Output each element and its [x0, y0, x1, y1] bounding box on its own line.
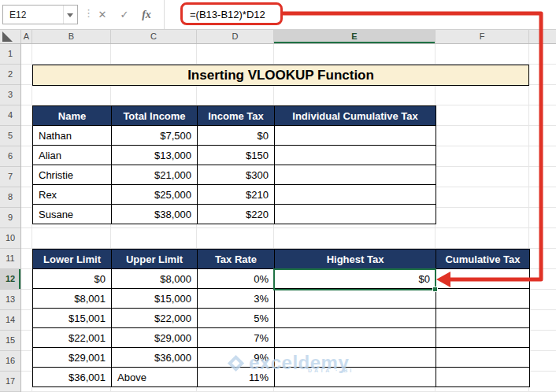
- row-header-4[interactable]: 4: [0, 105, 20, 126]
- cell-b13[interactable]: $8,001: [33, 289, 112, 309]
- cell-c15[interactable]: $29,000: [112, 328, 198, 348]
- tax-header-lower-limit[interactable]: Lower Limit: [33, 250, 112, 269]
- cell-d9[interactable]: $220: [198, 205, 275, 224]
- cell-e8[interactable]: [275, 185, 436, 205]
- table-row: $0 $8,000 0% $0: [33, 269, 530, 289]
- row-header-17[interactable]: 17: [0, 372, 20, 392]
- table-row: Christie $21,000 $300: [33, 165, 436, 185]
- row-header-16[interactable]: 16: [0, 351, 20, 372]
- cell-f16[interactable]: [436, 348, 530, 368]
- table-row: $8,001 $15,000 3%: [33, 289, 530, 309]
- enter-button[interactable]: ✓: [115, 5, 134, 24]
- cell-b8[interactable]: Rex: [33, 185, 112, 205]
- row-header-1[interactable]: 1: [0, 44, 20, 65]
- cell-f14[interactable]: [436, 309, 530, 328]
- name-box-value: E12: [9, 9, 26, 20]
- column-header-d[interactable]: D: [197, 30, 274, 43]
- column-header-b[interactable]: B: [32, 30, 111, 43]
- row-header-10[interactable]: 10: [0, 228, 20, 249]
- table-row: Lower Limit Upper Limit Tax Rate Highest…: [33, 250, 530, 269]
- tax-header-highest-tax[interactable]: Highest Tax: [275, 250, 436, 269]
- cell-c7[interactable]: $21,000: [112, 165, 198, 185]
- table-row: $29,001 $36,000 9%: [33, 348, 530, 368]
- cell-d14[interactable]: 5%: [198, 309, 275, 328]
- fill-handle[interactable]: [432, 287, 438, 292]
- cell-b6[interactable]: Alian: [33, 146, 112, 165]
- cell-c17[interactable]: Above: [112, 368, 198, 387]
- cell-d8[interactable]: $210: [198, 185, 275, 205]
- cell-d5[interactable]: $0: [198, 126, 275, 146]
- select-all-corner[interactable]: [0, 30, 21, 43]
- row-header-8[interactable]: 8: [0, 187, 20, 208]
- cell-e14[interactable]: [275, 309, 436, 328]
- row-header-5[interactable]: 5: [0, 126, 20, 146]
- cell-e7[interactable]: [275, 165, 436, 185]
- cell-e5[interactable]: [275, 126, 436, 146]
- cell-c13[interactable]: $15,000: [112, 289, 198, 309]
- cell-d17[interactable]: 11%: [198, 368, 275, 387]
- cell-b5[interactable]: Nathan: [33, 126, 112, 146]
- row-header-13[interactable]: 13: [0, 290, 20, 310]
- formula-highlight-annotation: [180, 2, 283, 25]
- cell-c6[interactable]: $13,000: [112, 146, 198, 165]
- row-header-14[interactable]: 14: [0, 310, 20, 331]
- row-header-11[interactable]: 11: [0, 249, 20, 269]
- income-header-total-income[interactable]: Total Income: [112, 106, 198, 126]
- cell-e12-selected[interactable]: $0: [275, 269, 436, 289]
- cell-f17[interactable]: [436, 368, 530, 387]
- cell-b9[interactable]: Susane: [33, 205, 112, 224]
- excel-window: E12 ⋮ ✕ ✓ fx =(B13-B12)*D12 A B C D E F …: [0, 0, 556, 392]
- tax-header-cumulative-tax[interactable]: Cumulative Tax: [436, 250, 530, 269]
- income-header-name[interactable]: Name: [33, 106, 112, 126]
- cell-c14[interactable]: $22,000: [112, 309, 198, 328]
- cell-e6[interactable]: [275, 146, 436, 165]
- row-headers: 1 2 3 4 5 6 7 8 9 10 11 12 13 14 15 16 1…: [0, 44, 21, 392]
- cell-b15[interactable]: $22,001: [33, 328, 112, 348]
- row-header-2[interactable]: 2: [0, 65, 20, 85]
- cell-c9[interactable]: $38,000: [112, 205, 198, 224]
- cell-b14[interactable]: $15,001: [33, 309, 112, 328]
- tax-header-tax-rate[interactable]: Tax Rate: [198, 250, 275, 269]
- row-header-3[interactable]: 3: [0, 85, 20, 105]
- income-header-individual-cumulative-tax[interactable]: Individual Cumulative Tax: [275, 106, 436, 126]
- cell-e16[interactable]: [275, 348, 436, 368]
- row-header-9[interactable]: 9: [0, 208, 20, 228]
- cell-b12[interactable]: $0: [33, 269, 112, 289]
- cell-e15[interactable]: [275, 328, 436, 348]
- tax-header-upper-limit[interactable]: Upper Limit: [112, 250, 198, 269]
- cell-c8[interactable]: $25,000: [112, 185, 198, 205]
- cell-f15[interactable]: [436, 328, 530, 348]
- cell-e9[interactable]: [275, 205, 436, 224]
- cell-f12[interactable]: [436, 269, 530, 289]
- column-headers: A B C D E F: [0, 30, 556, 44]
- cell-d15[interactable]: 7%: [198, 328, 275, 348]
- name-box-dropdown[interactable]: [63, 6, 77, 24]
- cell-d6[interactable]: $150: [198, 146, 275, 165]
- row-header-12-selected[interactable]: 12: [0, 269, 20, 290]
- cell-e13[interactable]: [275, 289, 436, 309]
- cell-d7[interactable]: $300: [198, 165, 275, 185]
- cell-c5[interactable]: $7,500: [112, 126, 198, 146]
- column-header-f[interactable]: F: [436, 30, 529, 43]
- cell-e17[interactable]: [275, 368, 436, 387]
- cell-b7[interactable]: Christie: [33, 165, 112, 185]
- insert-function-button[interactable]: fx: [137, 5, 156, 24]
- income-header-income-tax[interactable]: Income Tax: [198, 106, 275, 126]
- cell-c16[interactable]: $36,000: [112, 348, 198, 368]
- column-header-c[interactable]: C: [111, 30, 197, 43]
- column-header-e-selected[interactable]: E: [274, 30, 436, 43]
- row-header-6[interactable]: 6: [0, 146, 20, 167]
- cell-d16[interactable]: 9%: [198, 348, 275, 368]
- name-box[interactable]: E12: [2, 5, 78, 24]
- cell-b17[interactable]: $36,001: [33, 368, 112, 387]
- cancel-button[interactable]: ✕: [93, 5, 112, 24]
- column-header-a[interactable]: A: [21, 30, 32, 43]
- row-header-15[interactable]: 15: [0, 331, 20, 351]
- title-cell[interactable]: Inserting VLOOKUP Function: [32, 65, 529, 86]
- cell-d13[interactable]: 3%: [198, 289, 275, 309]
- cell-f13[interactable]: [436, 289, 530, 309]
- cell-d12[interactable]: 0%: [198, 269, 275, 289]
- cell-b16[interactable]: $29,001: [33, 348, 112, 368]
- cell-c12[interactable]: $8,000: [112, 269, 198, 289]
- row-header-7[interactable]: 7: [0, 167, 20, 187]
